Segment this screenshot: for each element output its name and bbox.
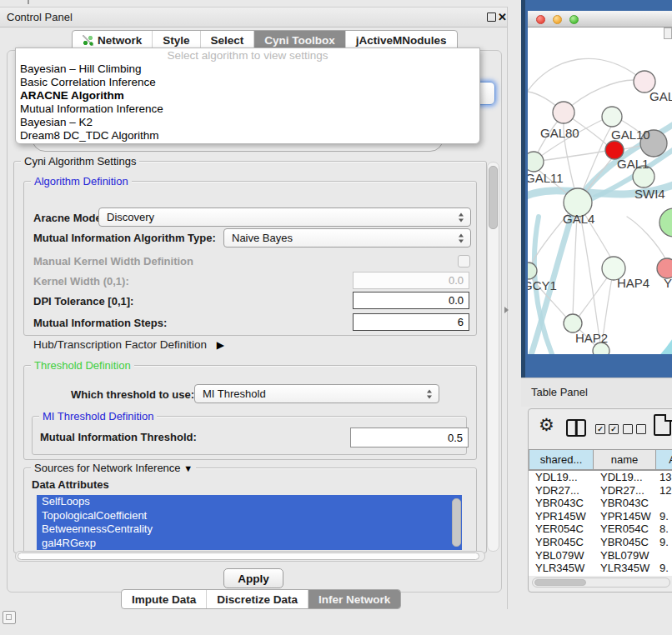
table-cell[interactable]: YIL052C bbox=[529, 575, 594, 576]
table-cell[interactable]: YER054C bbox=[529, 522, 594, 536]
table-cell[interactable]: 13 bbox=[656, 471, 672, 484]
table-cell[interactable]: 9. bbox=[656, 510, 672, 523]
network-edge[interactable] bbox=[528, 58, 644, 93]
deselect-all-checks-icon[interactable] bbox=[623, 424, 646, 434]
attribute-item-selfloops[interactable]: SelfLoops bbox=[37, 495, 462, 509]
settings-vertical-scrollbar[interactable] bbox=[487, 162, 499, 552]
kernel-width-input[interactable]: 0.0 bbox=[353, 272, 469, 289]
table-horizontal-scrollbar[interactable] bbox=[532, 578, 670, 588]
network-canvas[interactable]: GALGAL80GAL10GAL1GAL11SWI4GAL4GCY1HAP4YH… bbox=[528, 28, 672, 354]
network-window-titlebar[interactable] bbox=[528, 11, 672, 28]
table-cell[interactable]: YBR045C bbox=[529, 536, 594, 549]
network-node-hap2[interactable] bbox=[564, 314, 582, 332]
columns-icon[interactable] bbox=[566, 419, 586, 437]
settings-vscroll-thumb[interactable] bbox=[489, 166, 498, 229]
table-cell[interactable]: 9 bbox=[656, 575, 672, 576]
dpi-tolerance-input[interactable]: 0.0 bbox=[353, 292, 469, 309]
bottom-tab-infer-network[interactable]: Infer Network bbox=[308, 590, 400, 608]
table-cell[interactable]: YDL19... bbox=[529, 471, 594, 484]
table-row[interactable]: YER054CYER054C8. bbox=[529, 522, 672, 536]
table-cell[interactable]: YPR145W bbox=[594, 510, 656, 523]
algorithm-option-basic-correlation-inference[interactable]: Basic Correlation Inference bbox=[16, 76, 479, 89]
table-cell[interactable]: YBL079W bbox=[594, 549, 656, 562]
table-cell[interactable] bbox=[656, 497, 672, 510]
bottom-tab-discretize-data[interactable]: Discretize Data bbox=[206, 590, 308, 608]
table-cell[interactable]: YBR043C bbox=[594, 497, 656, 510]
network-node-label-gal: GAL bbox=[649, 89, 672, 103]
apply-button[interactable]: Apply bbox=[223, 568, 283, 588]
table-cell[interactable]: YDR27... bbox=[594, 484, 656, 498]
table-cell[interactable]: YIL052C bbox=[594, 575, 656, 576]
which-threshold-select[interactable]: MI Threshold bbox=[194, 384, 439, 403]
table-hscroll-thumb[interactable] bbox=[534, 579, 586, 586]
table-cell[interactable]: YBR045C bbox=[594, 536, 656, 549]
attributes-list-scroll-thumb[interactable] bbox=[452, 498, 461, 547]
bottom-tab-impute-data[interactable]: Impute Data bbox=[122, 590, 206, 608]
close-icon[interactable]: ✕ bbox=[498, 8, 507, 27]
aracne-mode-select[interactable]: Discovery bbox=[98, 208, 471, 227]
float-window-icon[interactable] bbox=[487, 12, 496, 22]
attribute-item-betweennesscentrality[interactable]: BetweennessCentrality bbox=[37, 522, 462, 537]
table-cell[interactable]: 8. bbox=[656, 522, 672, 536]
table-row[interactable]: YDL19...YDL19...13 bbox=[529, 471, 672, 484]
network-edge[interactable] bbox=[529, 123, 672, 354]
table-row[interactable]: YIL052CYIL052C9 bbox=[529, 575, 672, 576]
table-cell[interactable]: 9. bbox=[656, 536, 672, 549]
traffic-light-close-icon[interactable] bbox=[536, 15, 545, 24]
mi-threshold-input[interactable]: 0.5 bbox=[350, 428, 469, 448]
table-cell[interactable]: YPR145W bbox=[529, 510, 594, 523]
column-header-name[interactable]: name bbox=[594, 449, 656, 470]
network-node-gal11[interactable] bbox=[528, 152, 544, 172]
settings-horizontal-scrollbar[interactable] bbox=[15, 551, 485, 562]
dpi-tolerance-label: DPI Tolerance [0,1]: bbox=[33, 293, 133, 310]
checked-box-icon: ✓ bbox=[595, 424, 605, 434]
table-cell[interactable] bbox=[656, 549, 672, 562]
network-edge[interactable] bbox=[564, 80, 634, 112]
table-row[interactable]: YBL079WYBL079W bbox=[529, 549, 672, 562]
table-row[interactable]: YBR045CYBR045C9. bbox=[529, 536, 672, 549]
algorithm-option-aracne-algorithm[interactable]: ARACNE Algorithm bbox=[16, 89, 479, 102]
table-row[interactable]: YDR27...YDR27...12 bbox=[529, 484, 672, 498]
minimized-panel-icon[interactable] bbox=[3, 611, 16, 624]
table-cell[interactable]: YBR043C bbox=[529, 497, 594, 510]
panel-divider-handle[interactable] bbox=[504, 307, 509, 313]
algorithm-option-mutual-information-inference[interactable]: Mutual Information Inference bbox=[16, 102, 479, 116]
table-row[interactable]: YBR043CYBR043C bbox=[529, 497, 672, 510]
network-node-gal80[interactable] bbox=[553, 102, 574, 123]
table-cell[interactable]: 12 bbox=[656, 484, 672, 498]
manual-kernel-checkbox[interactable] bbox=[458, 255, 470, 268]
network-scrollbar-stub[interactable] bbox=[664, 28, 672, 39]
attribute-item-gal4rgexp[interactable]: gal4RGexp bbox=[37, 537, 462, 551]
column-header-shared[interactable]: shared... bbox=[529, 449, 594, 470]
algorithm-option-dream8-dc-tdc-algorithm[interactable]: Dream8 DC_TDC Algorithm bbox=[16, 129, 479, 142]
network-node-label-hap4: HAP4 bbox=[617, 276, 649, 290]
table-row[interactable]: YPR145WYPR145W9. bbox=[529, 510, 672, 523]
table-cell[interactable]: YDL19... bbox=[594, 471, 656, 484]
attribute-item-topologicalcoefficient[interactable]: TopologicalCoefficient bbox=[37, 509, 462, 523]
network-node-gal10[interactable] bbox=[602, 107, 622, 127]
table-cell[interactable]: YBL079W bbox=[529, 549, 594, 562]
settings-hscroll-thumb[interactable] bbox=[18, 552, 479, 560]
table-cell[interactable]: YER054C bbox=[594, 522, 656, 536]
select-all-checks-icon[interactable]: ✓ ✓ bbox=[595, 424, 619, 434]
algorithm-option-bayesian-k2[interactable]: Bayesian – K2 bbox=[16, 116, 479, 129]
traffic-light-zoom-icon[interactable] bbox=[569, 15, 579, 24]
network-node-label-y: Y bbox=[664, 276, 672, 290]
network-node[interactable] bbox=[659, 208, 672, 237]
hub-definition-toggle[interactable]: Hub/Transcription Factor Definition ▶ bbox=[33, 337, 224, 353]
traffic-light-minimize-icon[interactable] bbox=[553, 15, 562, 24]
table-cell[interactable]: YLR345W bbox=[529, 562, 594, 575]
table-cell[interactable]: 9. bbox=[656, 562, 672, 575]
table-row[interactable]: YLR345WYLR345W9. bbox=[529, 562, 672, 575]
mi-type-select[interactable]: Naive Bayes bbox=[223, 228, 471, 248]
new-table-file-icon[interactable] bbox=[654, 414, 671, 436]
network-node-label-gal4: GAL4 bbox=[563, 212, 594, 226]
network-edge[interactable] bbox=[627, 342, 672, 354]
table-cell[interactable]: YLR345W bbox=[594, 562, 656, 575]
table-cell[interactable]: YDR27... bbox=[529, 484, 594, 498]
column-header-a[interactable]: A bbox=[656, 449, 672, 470]
sources-group-title[interactable]: Sources for Network Inference ▼ bbox=[31, 462, 196, 474]
algorithm-option-bayesian-hill-climbing[interactable]: Bayesian – Hill Climbing bbox=[16, 62, 479, 76]
gear-icon[interactable]: ⚙ bbox=[539, 416, 554, 433]
mi-steps-input[interactable]: 6 bbox=[353, 313, 469, 331]
